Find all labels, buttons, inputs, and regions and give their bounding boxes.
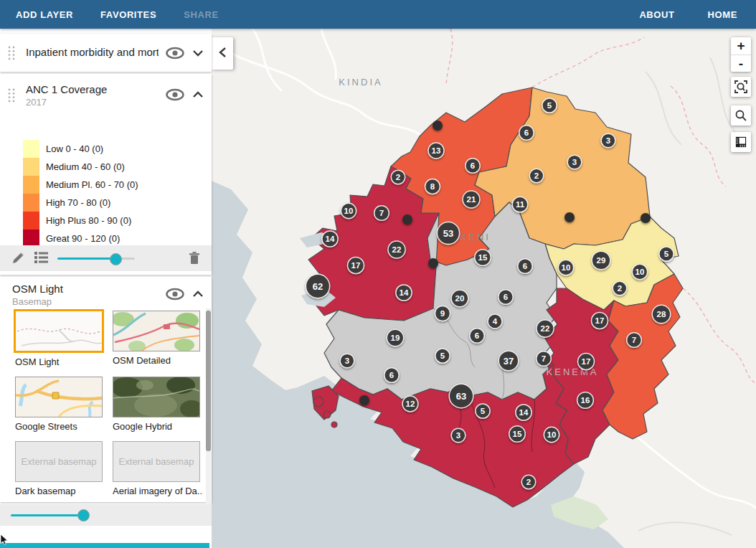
delete-layer-button[interactable] bbox=[189, 252, 202, 265]
chevron-up-icon[interactable] bbox=[190, 87, 206, 103]
nav-share[interactable]: SHARE bbox=[184, 9, 219, 20]
basemap-title: OSM Light bbox=[12, 283, 63, 295]
basemap-thumb-google-streets[interactable] bbox=[15, 377, 103, 417]
value-badge[interactable]: 13 bbox=[428, 143, 444, 159]
value-badge[interactable]: 14 bbox=[322, 231, 338, 247]
place-label: KINDIA bbox=[339, 77, 382, 88]
value-badge[interactable]: 10 bbox=[558, 260, 573, 275]
facility-dot[interactable] bbox=[402, 214, 412, 225]
visibility-toggle[interactable] bbox=[166, 288, 184, 301]
value-badge[interactable]: 14 bbox=[516, 405, 531, 420]
island[interactable] bbox=[331, 422, 337, 427]
basemap-thumb-aerial-imagery-of-da-[interactable]: External basemap bbox=[113, 441, 200, 482]
value-badge[interactable]: 9 bbox=[435, 306, 450, 321]
value-badge[interactable]: 22 bbox=[537, 320, 554, 337]
value-badge[interactable]: 7 bbox=[627, 333, 642, 348]
value-badge[interactable]: 2 bbox=[613, 281, 626, 295]
value-badge[interactable]: 6 bbox=[384, 368, 399, 382]
value-badge[interactable]: 2 bbox=[529, 169, 543, 182]
value-badge[interactable]: 20 bbox=[451, 290, 468, 307]
layer-opacity-slider[interactable] bbox=[57, 252, 135, 264]
value-badge[interactable]: 53 bbox=[437, 222, 459, 244]
value-badge[interactable]: 6 bbox=[466, 159, 480, 173]
chevron-up-icon[interactable] bbox=[190, 286, 206, 302]
value-badge[interactable]: 2 bbox=[391, 170, 405, 184]
value-badge[interactable]: 12 bbox=[402, 396, 418, 412]
facility-dot[interactable] bbox=[433, 121, 443, 131]
drag-handle-icon[interactable] bbox=[7, 45, 16, 61]
legend-label: Medium Pl. 60 - 70 (0) bbox=[46, 179, 138, 190]
value-badge[interactable]: 62 bbox=[306, 274, 329, 298]
value-badge[interactable]: 15 bbox=[509, 426, 525, 442]
value-badge[interactable]: 63 bbox=[449, 384, 473, 407]
facility-dot[interactable] bbox=[359, 395, 369, 405]
value-badge[interactable]: 6 bbox=[470, 329, 484, 343]
value-badge[interactable]: 14 bbox=[396, 285, 412, 301]
facility-dot[interactable] bbox=[428, 258, 438, 268]
slider-thumb[interactable] bbox=[77, 509, 90, 521]
value-badge[interactable]: 21 bbox=[463, 191, 480, 208]
value-badge[interactable]: 10 bbox=[632, 264, 647, 279]
value-badge[interactable]: 37 bbox=[499, 351, 519, 371]
visibility-toggle[interactable] bbox=[166, 88, 184, 101]
nav-favorites[interactable]: FAVORITES bbox=[100, 9, 156, 20]
nav-about[interactable]: ABOUT bbox=[639, 9, 674, 20]
basemap-thumb-dark-basemap[interactable]: External basemap bbox=[15, 441, 103, 482]
value-badge[interactable]: 3 bbox=[567, 155, 582, 169]
value-badge[interactable]: 8 bbox=[425, 179, 440, 194]
value-badge[interactable]: 10 bbox=[341, 203, 356, 218]
svg-text:5: 5 bbox=[481, 407, 486, 415]
drag-handle-icon[interactable] bbox=[7, 88, 16, 103]
layer-toolbar bbox=[0, 245, 212, 271]
svg-text:6: 6 bbox=[524, 128, 529, 137]
basemap-opacity-slider[interactable] bbox=[11, 509, 129, 521]
measure-button[interactable] bbox=[731, 132, 751, 152]
value-badge[interactable]: 28 bbox=[652, 305, 670, 323]
edit-layer-button[interactable] bbox=[11, 252, 24, 265]
nav-add-layer[interactable]: ADD LAYER bbox=[16, 9, 73, 20]
value-badge[interactable]: 15 bbox=[475, 250, 491, 265]
value-badge[interactable]: 6 bbox=[499, 290, 513, 304]
value-badge[interactable]: 19 bbox=[387, 329, 403, 346]
zoom-in-button[interactable]: + bbox=[731, 37, 751, 55]
chevron-down-icon[interactable] bbox=[190, 45, 206, 61]
value-badge[interactable]: 7 bbox=[374, 206, 389, 221]
value-badge[interactable]: 5 bbox=[435, 349, 450, 363]
value-badge[interactable]: 5 bbox=[476, 404, 490, 418]
value-badge[interactable]: 10 bbox=[544, 427, 559, 442]
sidebar-collapse-button[interactable] bbox=[212, 37, 233, 70]
value-badge[interactable]: 11 bbox=[512, 197, 528, 212]
nav-home[interactable]: HOME bbox=[708, 9, 737, 20]
value-badge[interactable]: 17 bbox=[592, 313, 608, 329]
value-badge[interactable]: 6 bbox=[518, 259, 532, 273]
scrollbar-thumb[interactable] bbox=[206, 311, 211, 451]
zoom-out-button[interactable]: - bbox=[731, 55, 751, 72]
value-badge[interactable]: 17 bbox=[348, 258, 364, 274]
value-badge[interactable]: 16 bbox=[577, 392, 594, 409]
value-badge[interactable]: 17 bbox=[578, 354, 595, 370]
value-badge[interactable]: 3 bbox=[601, 133, 615, 148]
value-badge[interactable]: 6 bbox=[519, 126, 534, 140]
value-badge[interactable]: 5 bbox=[659, 247, 674, 261]
value-badge[interactable]: 29 bbox=[592, 251, 610, 270]
value-badge[interactable]: 2 bbox=[521, 475, 535, 488]
search-button[interactable] bbox=[731, 105, 751, 126]
slider-thumb[interactable] bbox=[110, 253, 122, 265]
data-table-button[interactable] bbox=[34, 252, 47, 265]
value-badge[interactable]: 4 bbox=[488, 314, 502, 329]
facility-dot[interactable] bbox=[564, 212, 575, 222]
zoom-to-extent-button[interactable] bbox=[731, 77, 751, 97]
value-badge[interactable]: 22 bbox=[388, 241, 405, 258]
facility-dot[interactable] bbox=[641, 213, 651, 223]
value-badge[interactable]: 3 bbox=[451, 428, 466, 443]
value-badge[interactable]: 7 bbox=[537, 351, 552, 367]
island[interactable] bbox=[313, 397, 323, 407]
island[interactable] bbox=[323, 411, 331, 418]
value-badge[interactable]: 5 bbox=[542, 98, 557, 113]
visibility-toggle[interactable] bbox=[166, 47, 184, 60]
basemap-option: External basemapDark basemap bbox=[15, 441, 104, 496]
basemap-thumb-osm-light[interactable] bbox=[14, 309, 104, 353]
basemap-thumb-google-hybrid[interactable] bbox=[113, 377, 200, 417]
basemap-thumb-osm-detailed[interactable] bbox=[113, 311, 200, 351]
value-badge[interactable]: 3 bbox=[340, 354, 354, 368]
